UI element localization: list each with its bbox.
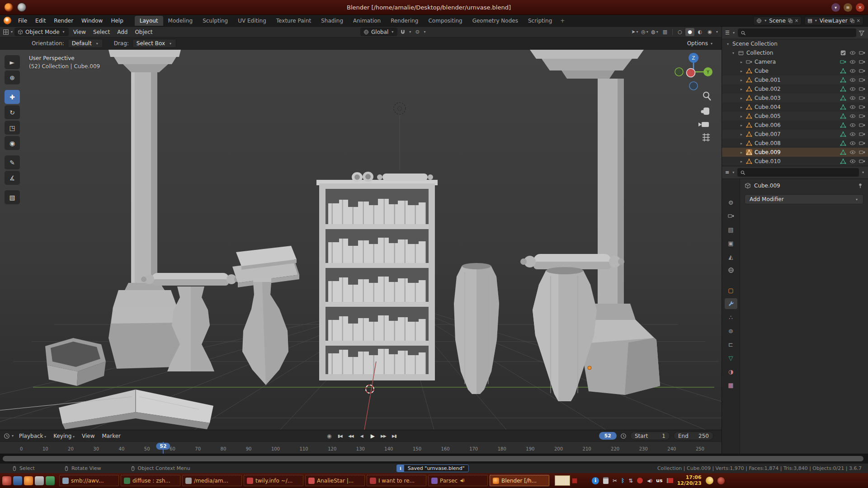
outliner-collection[interactable]: ▾ Collection: [722, 48, 868, 57]
volume-tray-icon[interactable]: ◀)): [647, 479, 652, 483]
workspace-tab[interactable]: Texture Paint: [271, 16, 316, 26]
expand-arrow-icon[interactable]: ▸: [739, 123, 744, 127]
workspace-tab[interactable]: Modeling: [163, 16, 198, 26]
overlays-dropdown-icon[interactable]: ◍▾: [651, 28, 660, 36]
status-tray-icon[interactable]: [717, 477, 725, 484]
taskbar-window-button[interactable]: twily.info ~/...: [244, 475, 303, 486]
camera-visibility-icon[interactable]: [859, 104, 865, 110]
add-modifier-button[interactable]: Add Modifier ▾: [745, 194, 863, 204]
camera-visibility-icon[interactable]: [859, 149, 865, 155]
expand-arrow-icon[interactable]: ▸: [739, 132, 744, 136]
3d-viewport[interactable]: Z Y User Perspective (52) Collection | C…: [0, 50, 722, 430]
camera-visibility-icon[interactable]: [859, 50, 865, 56]
eye-icon[interactable]: [849, 95, 856, 101]
checkbox-icon[interactable]: [840, 50, 846, 56]
outliner-scene-collection[interactable]: ▾ Scene Collection: [722, 39, 868, 48]
rotate-tool[interactable]: ↻: [5, 105, 20, 119]
mode-selector[interactable]: Object Mode ▾: [14, 28, 69, 36]
launcher-icon-2[interactable]: [13, 476, 22, 485]
outliner-item-camera[interactable]: ▸ Camera: [722, 57, 868, 66]
taskbar-window-button[interactable]: /media/am...: [182, 475, 242, 486]
filter-icon[interactable]: [859, 30, 865, 36]
properties-tab-modifiers[interactable]: [725, 298, 737, 309]
expand-arrow-icon[interactable]: ▾: [726, 42, 730, 46]
launcher-icon-5[interactable]: [46, 476, 55, 485]
eye-icon[interactable]: [849, 104, 856, 110]
outliner-search-input[interactable]: [738, 28, 856, 37]
remove-viewlayer-icon[interactable]: ×: [857, 18, 860, 23]
night-mode-tray-icon[interactable]: [706, 477, 713, 484]
shading-rendered-icon[interactable]: ◉: [705, 28, 714, 36]
properties-tab-tool[interactable]: ⚙: [725, 197, 737, 208]
workspace-tab[interactable]: Sculpting: [198, 16, 233, 26]
frame-start-field[interactable]: Start1: [630, 432, 670, 440]
snap-dropdown-icon[interactable]: ▾: [409, 30, 411, 34]
viewport-menu-item[interactable]: Add: [113, 28, 131, 36]
eye-icon[interactable]: [849, 86, 856, 92]
frame-end-field[interactable]: End250: [674, 432, 713, 440]
camera-visibility-icon[interactable]: [859, 122, 865, 128]
outliner-item-cube[interactable]: ▸ Cube.004: [722, 103, 868, 112]
outliner-item-cube[interactable]: ▸ Cube.007: [722, 130, 868, 139]
options-dropdown[interactable]: Options▾: [687, 40, 713, 47]
taskbar-window-button[interactable]: smb://awv...: [59, 475, 119, 486]
bluetooth-tray-icon[interactable]: ᛒ: [621, 478, 624, 484]
taskbar-window-button[interactable]: Blender [/h...: [490, 475, 549, 486]
window-close-button[interactable]: ✕: [856, 3, 864, 12]
eye-icon[interactable]: [849, 149, 856, 155]
expand-arrow-icon[interactable]: ▸: [739, 78, 744, 82]
editor-type-icon[interactable]: [3, 29, 9, 35]
move-tool[interactable]: ✚: [5, 90, 20, 104]
network-tray-icon[interactable]: ⇅: [628, 478, 633, 484]
info-tray-icon[interactable]: i: [592, 477, 599, 484]
expand-arrow-icon[interactable]: ▸: [739, 141, 744, 145]
transform-tool[interactable]: ◉: [5, 136, 20, 150]
window-maximize-button[interactable]: ≡: [844, 3, 852, 12]
viewport-menu-item[interactable]: Object: [131, 28, 156, 36]
drag-dropdown[interactable]: Select Box▾: [132, 39, 176, 48]
recording-tray-icon[interactable]: [637, 478, 643, 483]
horizontal-scrollbar[interactable]: [0, 454, 868, 463]
camera-visibility-icon[interactable]: [859, 158, 865, 164]
annotate-tool[interactable]: ✎: [5, 155, 20, 169]
eye-icon[interactable]: [849, 140, 856, 146]
new-scene-icon[interactable]: [788, 18, 793, 23]
eye-icon[interactable]: [849, 50, 856, 56]
shading-dropdown-icon[interactable]: ▾: [716, 30, 718, 34]
properties-editor-icon[interactable]: ≡: [725, 169, 729, 175]
taskbar-window-button[interactable]: I want to re...: [367, 475, 426, 486]
timeline-menu-item[interactable]: Playback: [15, 432, 50, 440]
workspace-tab[interactable]: Rendering: [386, 16, 423, 26]
expand-arrow-icon[interactable]: ▸: [739, 87, 744, 91]
clipboard-tray-icon[interactable]: [603, 477, 609, 484]
rolling-pin-right-object[interactable]: [520, 254, 624, 269]
timeline-ruler[interactable]: 0102030405060708090100110120130140150160…: [0, 441, 722, 454]
scrollbar-thumb[interactable]: [3, 456, 863, 461]
pin-icon[interactable]: [857, 183, 863, 189]
prev-keyframe-button[interactable]: ◀◀: [346, 432, 356, 440]
eye-icon[interactable]: [849, 131, 856, 137]
viewport-menu-item[interactable]: Select: [90, 28, 113, 36]
timeline-menu-item[interactable]: Marker: [98, 432, 124, 440]
scale-tool[interactable]: ◳: [5, 121, 20, 135]
expand-arrow-icon[interactable]: ▸: [739, 69, 744, 73]
outliner-item-cube[interactable]: ▸ Cube.005: [722, 112, 868, 121]
proportional-editing-icon[interactable]: ⊙: [413, 28, 422, 36]
scissors-tray-icon[interactable]: ✂: [613, 478, 617, 484]
workspace-tab[interactable]: +: [557, 16, 568, 26]
properties-search-input[interactable]: [737, 168, 859, 177]
blender-icon[interactable]: [4, 17, 11, 24]
timeline-editor-icon[interactable]: [4, 433, 10, 439]
properties-tab-world[interactable]: [725, 265, 737, 276]
orthographic-grid-icon[interactable]: [703, 133, 710, 141]
properties-tab-object-data[interactable]: ▽: [725, 352, 737, 363]
play-button[interactable]: ▶: [368, 432, 377, 440]
outliner-item-cube[interactable]: ▸ Cube.003: [722, 94, 868, 103]
workspace-tab[interactable]: Animation: [348, 16, 386, 26]
active-object-origin[interactable]: [588, 366, 591, 370]
workspace-tab[interactable]: UV Editing: [233, 16, 271, 26]
eye-icon[interactable]: [849, 68, 856, 74]
gizmo-axis-neg-z[interactable]: [689, 82, 698, 90]
selectability-dropdown-icon[interactable]: ➤▾: [631, 28, 640, 36]
workspace-tab[interactable]: Shading: [316, 16, 348, 26]
